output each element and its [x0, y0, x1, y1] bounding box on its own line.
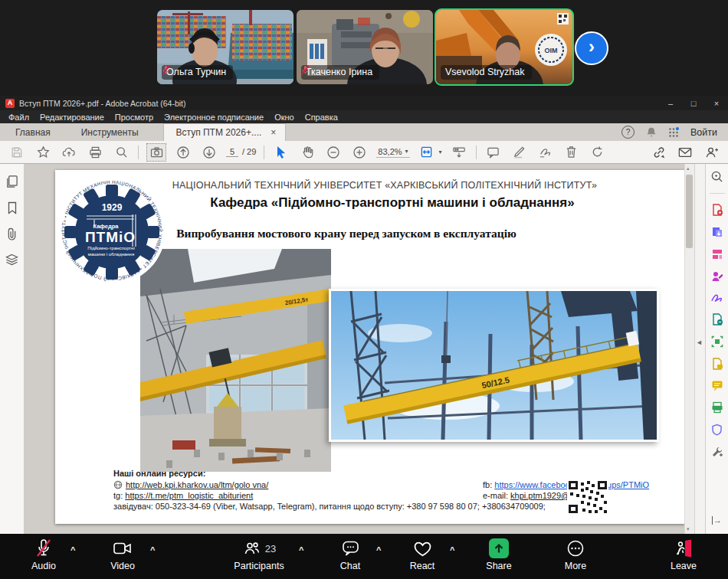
email-icon[interactable] [676, 144, 694, 161]
save-icon[interactable] [8, 144, 26, 161]
sign-scribble-icon[interactable] [710, 293, 723, 303]
protect-pdf-icon[interactable] [711, 424, 723, 436]
website-link[interactable]: http://web.kpi.kharkov.ua/ltm/golo vna/ [126, 480, 268, 489]
close-button[interactable]: × [705, 96, 728, 110]
search-icon[interactable] [112, 144, 130, 161]
zoom-level-value: 83,2% [378, 147, 402, 156]
delete-trash-icon[interactable] [562, 144, 581, 161]
acrobat-app-icon: A [5, 99, 15, 108]
audio-options-chevron[interactable]: ^ [71, 545, 75, 554]
zoom-out-icon[interactable] [324, 144, 343, 161]
telegram-link[interactable]: https://t.me/ptm_logistic_abiturient [125, 491, 253, 500]
react-options-chevron[interactable]: ^ [450, 545, 454, 554]
highlight-pen-icon[interactable] [510, 144, 529, 161]
video-tile-olga[interactable]: Ольга Турчин [157, 10, 293, 84]
scroll-up-icon[interactable]: ▴ [687, 165, 690, 172]
document-scrollbar[interactable]: ▴ ▾ [684, 164, 694, 534]
share-link-icon[interactable] [650, 144, 668, 161]
select-tool-icon[interactable] [272, 144, 290, 161]
leave-button[interactable]: Leave [661, 538, 707, 571]
previous-page-icon[interactable] [174, 144, 192, 161]
audio-button[interactable]: Audio [21, 538, 66, 571]
zoom-level-dropdown[interactable]: 83,2% ▾ [376, 147, 409, 158]
combine-files-icon[interactable] [711, 226, 723, 238]
layers-icon[interactable] [5, 254, 18, 266]
sign-in-button[interactable]: Войти [690, 127, 717, 138]
expand-right-icon: → [712, 516, 722, 525]
page-number-field[interactable]: 5 / 29 [226, 147, 256, 157]
share-with-people-icon[interactable] [702, 144, 720, 161]
bookmarks-icon[interactable] [7, 201, 18, 214]
tab-tools[interactable]: Инструменты [66, 123, 154, 141]
participant-name: Ткаченко Ірина [306, 67, 372, 77]
tab-document[interactable]: Вступ ПТМ 2026+.... × [163, 123, 287, 141]
menu-esign[interactable]: Электронное подписание [159, 113, 269, 122]
audio-label: Audio [31, 561, 56, 571]
help-icon[interactable]: ? [621, 126, 635, 139]
print-icon[interactable] [86, 144, 104, 161]
collapse-panel-icon[interactable]: ◄ [696, 339, 703, 346]
next-page-icon[interactable] [200, 144, 218, 161]
maximize-button[interactable]: □ [682, 96, 705, 110]
video-options-chevron[interactable]: ^ [150, 545, 155, 554]
compress-pdf-icon[interactable] [711, 313, 723, 325]
scan-ocr-icon[interactable] [711, 401, 723, 414]
chat-options-chevron[interactable]: ^ [376, 545, 381, 554]
video-tile-stryzhak[interactable]: OIM Vsevolod Stryzhak [436, 10, 572, 84]
prepare-form-icon[interactable] [711, 358, 723, 370]
current-page-input[interactable]: 5 [226, 147, 238, 157]
snapshot-camera-icon[interactable] [146, 143, 166, 162]
video-tile-tkachenko[interactable]: Ткаченко Ірина [297, 10, 433, 84]
page-thumbnails-icon[interactable] [5, 175, 18, 188]
scroll-down-icon[interactable]: ▾ [687, 526, 690, 532]
fit-width-icon[interactable] [418, 144, 436, 161]
comments-icon[interactable] [711, 380, 723, 391]
hand-tool-icon[interactable] [298, 144, 316, 161]
more-label: More [565, 561, 586, 571]
share-button[interactable]: Share [477, 538, 521, 571]
notifications-bell-icon[interactable] [646, 126, 657, 138]
ptmio-department-logo: НАЦІОНАЛЬНИЙ ТЕХНІЧНИЙ УНІВЕРСИТЕТ «ХАРК… [57, 176, 166, 285]
apps-grid-icon[interactable] [668, 127, 679, 138]
share-cloud-icon[interactable] [60, 144, 78, 161]
expand-tools-panel-button[interactable]: → [706, 516, 728, 525]
hide-toolbar-icon[interactable] [450, 144, 468, 161]
tab-close-icon[interactable]: × [271, 127, 276, 138]
right-panel-splitter[interactable]: ◄ [694, 164, 705, 534]
attachments-paperclip-icon[interactable] [6, 227, 18, 240]
chevron-down-icon[interactable]: ▾ [439, 149, 442, 155]
more-button[interactable]: More [553, 538, 598, 571]
comment-icon[interactable] [484, 144, 503, 161]
fill-sign-icon[interactable] [536, 144, 555, 161]
menu-window[interactable]: Окно [269, 113, 300, 122]
participant-name-pill: Ольга Турчин [162, 65, 233, 80]
zoom-in-icon[interactable] [350, 144, 369, 161]
favorites-star-icon[interactable] [34, 144, 52, 161]
photo-outdoor-girder-lift: 50/12.5 [329, 289, 659, 442]
react-button[interactable]: React [400, 538, 444, 571]
create-pdf-icon[interactable] [711, 204, 723, 216]
next-videos-button[interactable]: › [575, 31, 608, 65]
edit-pdf-icon[interactable] [711, 248, 723, 260]
participants-button[interactable]: 23 Participants [227, 538, 291, 571]
menu-file[interactable]: Файл [3, 113, 34, 122]
organize-pages-icon[interactable] [711, 335, 723, 348]
tg-label: tg: [113, 491, 125, 500]
menu-help[interactable]: Справка [300, 113, 343, 122]
more-tools-wrench-icon[interactable] [711, 446, 723, 458]
video-button[interactable]: Video [100, 538, 145, 571]
share-screen-icon [489, 538, 509, 558]
muted-mic-icon [162, 65, 170, 75]
rotate-icon[interactable] [589, 144, 607, 161]
menu-view[interactable]: Просмотр [110, 113, 159, 122]
scrollbar-thumb[interactable] [686, 175, 693, 248]
chat-button[interactable]: Chat [330, 538, 370, 571]
heart-react-icon [413, 540, 432, 558]
chevron-down-icon: ▾ [405, 148, 408, 155]
participants-options-chevron[interactable]: ^ [299, 545, 303, 554]
menu-edit[interactable]: Редактирование [34, 113, 110, 122]
request-signatures-icon[interactable] [711, 270, 723, 283]
tab-home[interactable]: Главная [0, 123, 66, 141]
minimize-button[interactable]: – [659, 96, 682, 110]
search-document-icon[interactable] [710, 170, 723, 183]
